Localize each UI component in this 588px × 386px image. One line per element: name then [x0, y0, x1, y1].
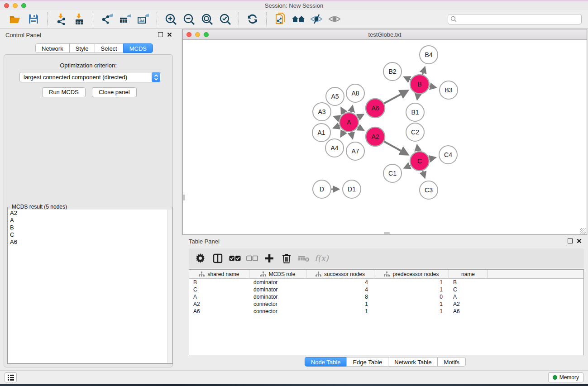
float-panel-icon[interactable]: [158, 32, 163, 37]
edge-A2-C[interactable]: [384, 142, 407, 155]
export-image-button[interactable]: [134, 11, 152, 27]
result-item[interactable]: B: [8, 224, 167, 231]
node-B2[interactable]: B2: [383, 62, 402, 81]
new-network-button[interactable]: [271, 11, 289, 27]
result-list-scrollbar[interactable]: [167, 210, 172, 363]
node-A7[interactable]: A7: [346, 142, 364, 160]
column-header-predecessor-nodes[interactable]: predecessor nodes: [374, 270, 449, 279]
show-details-button[interactable]: [325, 11, 344, 27]
edge-C-C3[interactable]: [423, 171, 425, 177]
edge-B-B4[interactable]: [422, 67, 425, 75]
export-table-button[interactable]: [116, 11, 134, 27]
column-header-MCDS-role[interactable]: MCDS role: [249, 270, 306, 279]
task-history-button[interactable]: [5, 372, 17, 382]
export-network-button[interactable]: [98, 11, 116, 27]
result-item[interactable]: A: [8, 217, 167, 224]
node-C3[interactable]: C3: [420, 181, 438, 199]
tab-network-table[interactable]: Network Table: [388, 357, 437, 367]
tab-edge-table[interactable]: Edge Table: [346, 357, 388, 367]
zoom-window-button[interactable]: [21, 3, 26, 8]
search-input[interactable]: [448, 14, 582, 24]
node-C[interactable]: C: [410, 152, 429, 171]
edge-A-A6[interactable]: [358, 114, 363, 117]
function-builder-button[interactable]: f(x): [314, 253, 329, 263]
zoom-in-button[interactable]: [162, 11, 180, 27]
table-settings-button[interactable]: [193, 251, 207, 266]
close-panel-button[interactable]: Close panel: [92, 87, 137, 97]
zoom-fit-button[interactable]: [198, 11, 216, 27]
close-table-panel-icon[interactable]: [577, 238, 582, 243]
edge-A6-B[interactable]: [384, 91, 407, 103]
mcds-result-list[interactable]: A2ABCA6: [8, 210, 167, 363]
show-columns-button[interactable]: [210, 251, 225, 266]
edge-B-B1[interactable]: [417, 94, 418, 100]
criterion-select[interactable]: largest connected component (directed): [19, 72, 161, 82]
table-row[interactable]: Bdominator41B: [189, 279, 583, 286]
close-window-button[interactable]: [4, 3, 9, 8]
table-row[interactable]: Adominator80A: [189, 293, 583, 300]
apply-layout-button[interactable]: [244, 11, 262, 27]
node-C2[interactable]: C2: [406, 123, 424, 141]
import-table-button[interactable]: [70, 11, 88, 27]
tab-style[interactable]: Style: [69, 43, 95, 53]
node-D1[interactable]: D1: [343, 180, 361, 198]
node-B[interactable]: B: [410, 75, 429, 94]
zoom-selected-button[interactable]: [216, 11, 234, 27]
tab-network[interactable]: Network: [35, 43, 69, 53]
edge-C-C2[interactable]: [417, 145, 418, 152]
node-A3[interactable]: A3: [313, 103, 331, 121]
table-row[interactable]: A2connector11A2: [189, 300, 583, 308]
edge-A-A5[interactable]: [341, 108, 344, 113]
open-session-button[interactable]: [6, 11, 24, 27]
import-network-button[interactable]: [52, 11, 70, 27]
node-B1[interactable]: B1: [406, 103, 424, 121]
edge-A-A7[interactable]: [351, 132, 353, 138]
node-A8[interactable]: A8: [346, 84, 364, 102]
tab-select[interactable]: Select: [95, 43, 123, 53]
close-panel-icon[interactable]: [167, 32, 172, 37]
tab-motifs[interactable]: Motifs: [437, 357, 466, 367]
delete-table-button[interactable]: [296, 251, 311, 266]
edge-A-A3[interactable]: [334, 116, 339, 119]
node-C1[interactable]: C1: [383, 164, 402, 182]
node-D[interactable]: D: [313, 180, 331, 198]
edge-B-B2[interactable]: [404, 77, 411, 80]
node-A6[interactable]: A6: [366, 99, 385, 118]
network-vertical-scrollbar[interactable]: [183, 195, 185, 200]
delete-column-button[interactable]: [279, 251, 293, 266]
node-A2[interactable]: A2: [366, 127, 385, 146]
result-item[interactable]: A2: [8, 210, 167, 217]
deselect-all-button[interactable]: [245, 251, 259, 266]
network-canvas-svg[interactable]: B4B2BB3A8A5A6A3B1AA1C2A2A4A7C4CC1DD1C3: [183, 40, 587, 234]
show-all-button[interactable]: [289, 11, 307, 27]
edge-A-A2[interactable]: [358, 127, 363, 130]
network-window-titlebar[interactable]: testGlobe.txt: [183, 29, 587, 40]
float-table-panel-icon[interactable]: [568, 238, 573, 243]
close-network-button[interactable]: [186, 32, 191, 37]
edge-A-A4[interactable]: [341, 131, 344, 137]
column-header-shared-name[interactable]: shared name: [189, 270, 249, 279]
tab-mcds[interactable]: MCDS: [123, 43, 153, 53]
node-A5[interactable]: A5: [326, 87, 344, 105]
column-header-name[interactable]: name: [449, 270, 488, 279]
memory-button[interactable]: Memory: [548, 372, 583, 382]
table-row[interactable]: Cdominator41C: [189, 286, 583, 293]
zoom-out-button[interactable]: [180, 11, 198, 27]
edge-A-A1[interactable]: [334, 126, 339, 128]
zoom-network-button[interactable]: [204, 32, 209, 37]
column-header-successor-nodes[interactable]: successor nodes: [306, 270, 374, 279]
window-resize-grip[interactable]: [580, 228, 586, 234]
edge-B-B3[interactable]: [430, 86, 436, 87]
node-A[interactable]: A: [339, 113, 359, 132]
node-C4[interactable]: C4: [439, 146, 457, 164]
node-B4[interactable]: B4: [420, 46, 438, 64]
node-B3[interactable]: B3: [440, 81, 458, 99]
minimize-network-button[interactable]: [195, 32, 200, 37]
select-all-button[interactable]: [228, 251, 242, 266]
minimize-window-button[interactable]: [13, 3, 18, 8]
network-horizontal-scrollbar[interactable]: [384, 232, 390, 234]
run-mcds-button[interactable]: Run MCDS: [42, 87, 86, 97]
table-row[interactable]: A6connector11A6: [189, 308, 583, 315]
result-item[interactable]: A6: [8, 238, 167, 246]
edge-C-C1[interactable]: [404, 165, 410, 168]
